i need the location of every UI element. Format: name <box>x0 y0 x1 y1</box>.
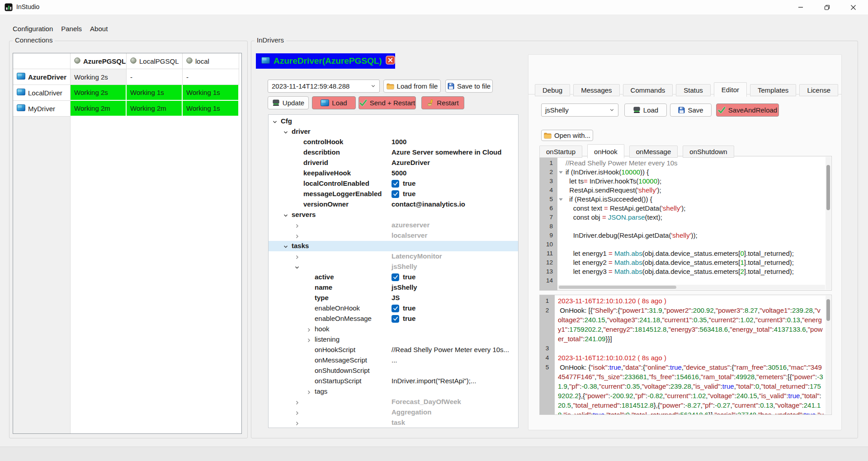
tree-row-enableOnMessage[interactable]: enableOnMessagetrue <box>269 314 518 324</box>
subtab-onshutdown[interactable]: onShutdown <box>683 146 734 158</box>
chevron-down-icon[interactable] <box>283 243 288 251</box>
tree-row-Cfg[interactable]: Cfg <box>269 116 518 127</box>
checkbox-checked[interactable] <box>392 315 399 323</box>
tree-row-jsShelly[interactable]: jsShelly <box>269 262 518 272</box>
tree-row-LatencyMonitor[interactable]: LatencyMonitor <box>269 251 518 262</box>
chevron-down-icon[interactable] <box>272 118 278 126</box>
status-cell[interactable]: Working 2m <box>71 101 127 117</box>
tab-commands[interactable]: Commands <box>623 84 673 96</box>
subtab-onhook[interactable]: onHook <box>587 144 624 158</box>
chevron-right-icon[interactable] <box>306 337 311 344</box>
tree-row-listening[interactable]: listening <box>269 334 518 345</box>
row-header-mydriver[interactable]: MyDriver <box>13 101 71 117</box>
tree-row-versionOwner[interactable]: versionOwnercontact@inanalytics.io <box>269 199 518 210</box>
restore-button[interactable] <box>816 0 837 14</box>
status-cell[interactable]: Working 2s <box>71 85 127 101</box>
checkbox-checked[interactable] <box>392 190 399 198</box>
menu-item-configuration[interactable]: Configuration <box>13 25 53 33</box>
tree-row-messageLoggerEnabled[interactable]: messageLoggerEnabledtrue <box>269 189 518 199</box>
checkbox-checked[interactable] <box>392 305 399 312</box>
save-to-file-button[interactable]: Save to file <box>445 80 493 93</box>
code-editor[interactable]: 1//Read Shelly Power Meter every 10s2if … <box>539 156 832 291</box>
load-from-file-button[interactable]: Load from file <box>383 80 441 93</box>
restart-button[interactable]: Restart <box>421 96 464 109</box>
chevron-down-icon[interactable] <box>294 264 300 272</box>
editor-save-button[interactable]: Save <box>670 103 712 117</box>
status-cell[interactable]: - <box>183 69 239 85</box>
tree-row-Aggregation[interactable]: Aggregation <box>269 407 518 418</box>
tab-debug[interactable]: Debug <box>535 84 570 96</box>
tree-row-tasks[interactable]: tasks <box>269 241 518 251</box>
checkbox-checked[interactable] <box>392 180 399 188</box>
script-select[interactable]: jsShelly <box>541 103 618 117</box>
editor-horizontal-scrollbar[interactable] <box>558 285 825 290</box>
tree-row-servers[interactable]: servers <box>269 210 518 220</box>
log-vertical-scrollbar[interactable] <box>826 296 831 414</box>
tree-row-tags[interactable]: tags <box>269 386 518 397</box>
send-restart-button[interactable]: Send + Restart <box>359 96 416 109</box>
status-cell[interactable]: Working 2s <box>71 69 127 85</box>
tree-row-onStartupScript[interactable]: onStartupScriptInDriver.import("RestApi"… <box>269 376 518 386</box>
chevron-right-icon[interactable] <box>294 254 300 261</box>
menu-item-panels[interactable]: Panels <box>61 25 82 33</box>
tree-row-task[interactable]: task <box>269 418 518 428</box>
tree-row-azureserver[interactable]: azureserver <box>269 220 518 230</box>
tree-row-controlHook[interactable]: controlHook1000 <box>269 137 518 147</box>
tree-row-keepaliveHook[interactable]: keepaliveHook5000 <box>269 168 518 179</box>
minimize-button[interactable] <box>790 0 811 14</box>
tree-row-localControlEnabled[interactable]: localControlEnabledtrue <box>269 179 518 189</box>
chevron-right-icon[interactable] <box>294 409 300 417</box>
tab-status[interactable]: Status <box>676 84 711 96</box>
tree-row-localserver[interactable]: localserver <box>269 230 518 241</box>
close-button[interactable] <box>843 0 863 14</box>
tree-row-onShutdownScript[interactable]: onShutdownScript <box>269 366 518 376</box>
tab-editor[interactable]: Editor <box>714 82 747 97</box>
update-button[interactable]: Update <box>268 96 309 109</box>
status-cell[interactable]: - <box>127 69 183 85</box>
tab-templates[interactable]: Templates <box>750 84 796 96</box>
debug-output-log[interactable]: 12023-11-16T12:10:10.120 ( 8s ago )2 OnH… <box>539 295 832 415</box>
column-header-azurepgsql[interactable]: AzurePGSQL <box>71 53 127 69</box>
chevron-right-icon[interactable] <box>294 399 300 407</box>
status-cell[interactable]: Working 1s <box>127 85 183 101</box>
status-cell[interactable]: Working 1s <box>183 101 239 117</box>
chevron-right-icon[interactable] <box>294 420 300 428</box>
editor-vertical-scrollbar[interactable] <box>826 157 831 290</box>
tree-row-active[interactable]: activetrue <box>269 272 518 282</box>
row-header-azuredriver[interactable]: AzureDriver <box>13 69 71 85</box>
tree-row-name[interactable]: namejsShelly <box>269 282 518 293</box>
checkbox-checked[interactable] <box>392 273 399 281</box>
tree-row-onHookScript[interactable]: onHookScript//Read Shelly Power Meter ev… <box>269 345 518 355</box>
menu-item-about[interactable]: About <box>90 25 108 33</box>
tree-row-driverid[interactable]: driveridAzureDriver <box>269 158 518 168</box>
tab-license[interactable]: License <box>799 84 838 96</box>
tree-row-onMessageScript[interactable]: onMessageScript... <box>269 355 518 366</box>
row-header-localdriver[interactable]: LocalDriver <box>13 85 71 101</box>
tab-azuredriver[interactable]: AzureDriver(AzurePGSQL) <box>256 53 395 69</box>
version-select[interactable]: 2023-11-14T12:59:48.288 <box>268 80 380 93</box>
column-header-local[interactable]: local <box>183 53 239 69</box>
subtab-onmessage[interactable]: onMessage <box>629 146 678 158</box>
tree-row-Forecast_DayOfWeek[interactable]: Forecast_DayOfWeek <box>269 397 518 407</box>
tab-close-icon[interactable] <box>386 56 395 66</box>
status-cell[interactable]: Working 2m <box>127 101 183 117</box>
chevron-down-icon[interactable] <box>283 129 288 136</box>
column-header-localpgsql[interactable]: LocalPGSQL <box>127 53 183 69</box>
status-cell[interactable]: Working 1s <box>183 85 239 101</box>
tab-messages[interactable]: Messages <box>573 84 619 96</box>
chevron-down-icon[interactable] <box>283 212 288 220</box>
chevron-right-icon[interactable] <box>294 222 300 230</box>
save-and-reload-button[interactable]: SaveAndReload <box>716 103 779 117</box>
chevron-right-icon[interactable] <box>306 389 311 396</box>
subtab-onstartup[interactable]: onStartup <box>539 146 582 158</box>
chevron-right-icon[interactable] <box>294 233 300 240</box>
open-with-button[interactable]: Open with... <box>541 130 593 141</box>
tree-row-enableOnHook[interactable]: enableOnHooktrue <box>269 303 518 314</box>
tree-row-describtion[interactable]: describtionAzure Server somewhere in Clo… <box>269 147 518 158</box>
tree-row-hook[interactable]: hook <box>269 324 518 334</box>
load-button[interactable]: Load <box>312 96 356 109</box>
tree-row-type[interactable]: typeJS <box>269 293 518 303</box>
tree-row-driver[interactable]: driver <box>269 127 518 137</box>
chevron-right-icon[interactable] <box>306 326 311 334</box>
editor-load-button[interactable]: Load <box>624 103 667 117</box>
